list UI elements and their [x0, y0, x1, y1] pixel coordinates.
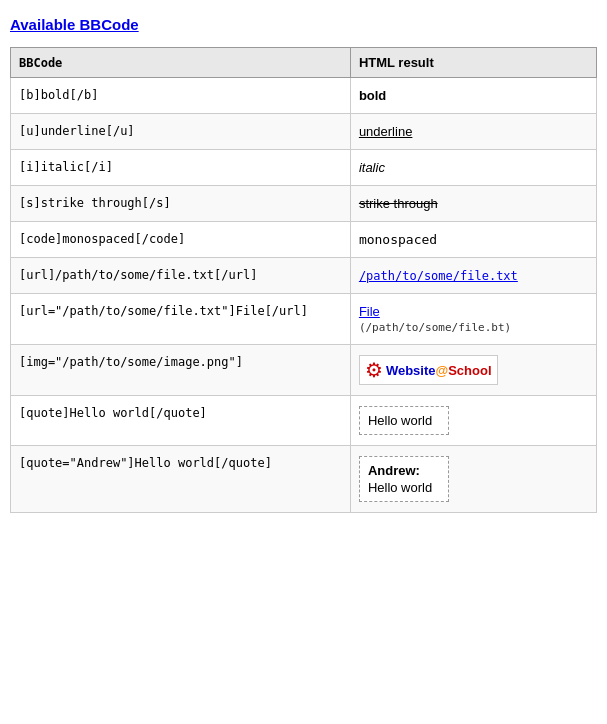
result-cell: italic: [350, 150, 596, 186]
bbcode-cell: [u]underline[/u]: [11, 114, 351, 150]
bold-result: bold: [359, 88, 386, 103]
table-row: [quote]Hello world[/quote]Hello world: [11, 396, 597, 446]
result-cell: strike through: [350, 186, 596, 222]
table-row: [i]italic[/i]italic: [11, 150, 597, 186]
result-cell: /path/to/some/file.txt: [350, 258, 596, 294]
bbcode-cell: [img="/path/to/some/image.png"]: [11, 345, 351, 396]
logo-gear-icon: ⚙: [365, 358, 383, 382]
strike-result: strike through: [359, 196, 438, 211]
quote-author-text: Hello world: [368, 480, 432, 495]
page-title: Available BBCode: [10, 16, 597, 33]
table-row: [u]underline[/u]underline: [11, 114, 597, 150]
table-header-row: BBCode HTML result: [11, 48, 597, 78]
logo-text: Website@School: [386, 363, 492, 378]
result-cell: File(/path/to/some/file.bt): [350, 294, 596, 345]
bbcode-cell: [quote]Hello world[/quote]: [11, 396, 351, 446]
result-cell: Hello world: [350, 396, 596, 446]
quote-author-label: Andrew:: [368, 463, 440, 478]
table-row: [s]strike through[/s]strike through: [11, 186, 597, 222]
underline-result: underline: [359, 124, 413, 139]
website-logo: ⚙ Website@School: [359, 355, 498, 385]
result-cell: underline: [350, 114, 596, 150]
bbcode-cell: [i]italic[/i]: [11, 150, 351, 186]
bbcode-table: BBCode HTML result [b]bold[/b]bold[u]und…: [10, 47, 597, 513]
table-row: [url="/path/to/some/file.txt"]File[/url]…: [11, 294, 597, 345]
bbcode-cell: [b]bold[/b]: [11, 78, 351, 114]
result-cell: ⚙ Website@School: [350, 345, 596, 396]
result-cell: Andrew:Hello world: [350, 446, 596, 513]
table-row: [url]/path/to/some/file.txt[/url]/path/t…: [11, 258, 597, 294]
bbcode-cell: [url="/path/to/some/file.txt"]File[/url]: [11, 294, 351, 345]
link-result[interactable]: /path/to/some/file.txt: [359, 269, 518, 283]
link-with-text-result[interactable]: File: [359, 304, 380, 319]
quote-text: Hello world: [368, 413, 432, 428]
page-container: Available BBCode BBCode HTML result [b]b…: [0, 0, 607, 523]
italic-result: italic: [359, 160, 385, 175]
quote-box: Hello world: [359, 406, 449, 435]
table-row: [quote="Andrew"]Hello world[/quote]Andre…: [11, 446, 597, 513]
result-cell: bold: [350, 78, 596, 114]
bbcode-cell: [s]strike through[/s]: [11, 186, 351, 222]
col-header-bbcode: BBCode: [11, 48, 351, 78]
link-path: (/path/to/some/file.bt): [359, 321, 511, 334]
mono-result: monospaced: [359, 232, 437, 247]
table-row: [code]monospaced[/code]monospaced: [11, 222, 597, 258]
bbcode-cell: [code]monospaced[/code]: [11, 222, 351, 258]
quote-author-box: Andrew:Hello world: [359, 456, 449, 502]
col-header-html: HTML result: [350, 48, 596, 78]
bbcode-cell: [url]/path/to/some/file.txt[/url]: [11, 258, 351, 294]
bbcode-cell: [quote="Andrew"]Hello world[/quote]: [11, 446, 351, 513]
table-row: [img="/path/to/some/image.png"] ⚙ Websit…: [11, 345, 597, 396]
table-row: [b]bold[/b]bold: [11, 78, 597, 114]
result-cell: monospaced: [350, 222, 596, 258]
